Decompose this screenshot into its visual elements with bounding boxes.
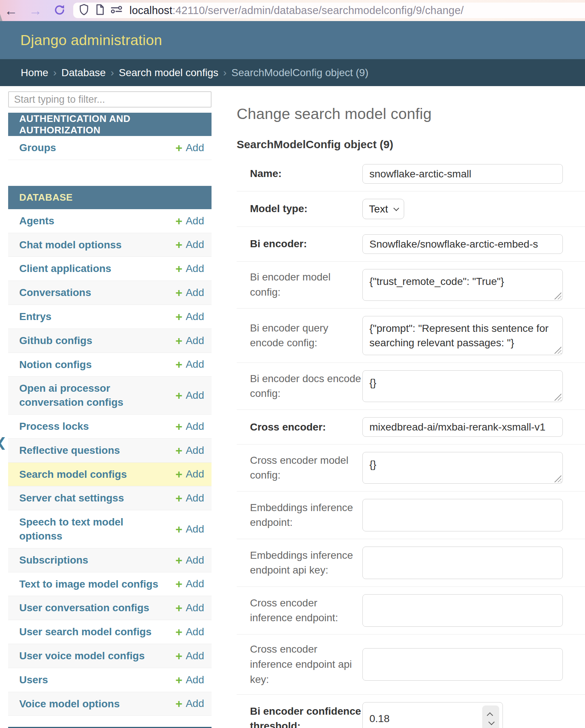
add-link[interactable]: +Add xyxy=(175,335,204,347)
url-text: localhost:42110/server/admin/database/se… xyxy=(129,4,464,17)
model-link[interactable]: Text to image model configs xyxy=(19,572,158,596)
stepper-up-icon[interactable] xyxy=(487,712,493,719)
address-bar[interactable]: localhost:42110/server/admin/database/se… xyxy=(73,3,585,18)
add-link[interactable]: +Add xyxy=(175,650,204,662)
model-link[interactable]: Open ai processor conversation configs xyxy=(19,377,162,414)
browser-nav-buttons: ← → xyxy=(0,0,66,21)
resize-grip-icon[interactable] xyxy=(554,474,561,482)
model-link[interactable]: Entrys xyxy=(19,305,51,329)
model-link[interactable]: User search model configs xyxy=(19,620,152,644)
add-link[interactable]: +Add xyxy=(175,142,204,154)
model-link[interactable]: Client applications xyxy=(19,257,111,280)
add-link[interactable]: +Add xyxy=(175,263,204,275)
add-link[interactable]: +Add xyxy=(175,358,204,370)
model-link[interactable]: Chat model optionss xyxy=(19,233,122,257)
text-input[interactable] xyxy=(362,417,563,437)
model-link[interactable]: Reflective questions xyxy=(19,439,120,462)
number-stepper[interactable] xyxy=(482,705,499,728)
nav-sidebar: AUTHENTICATION AND AUTHORIZATION Groups … xyxy=(0,86,212,728)
model-link[interactable]: Speech to text model optionss xyxy=(19,510,162,548)
model-link[interactable]: Search model configs xyxy=(19,463,127,486)
json-textarea[interactable]: {"prompt": "Represent this sentence for … xyxy=(362,316,563,355)
model-link[interactable]: Conversations xyxy=(19,281,91,305)
model-link[interactable]: Subscriptions xyxy=(19,548,88,572)
resize-grip-icon[interactable] xyxy=(554,346,561,354)
sidebar-filter-input[interactable] xyxy=(8,91,212,108)
add-link[interactable]: +Add xyxy=(175,445,204,456)
breadcrumb-database[interactable]: Database xyxy=(61,67,106,79)
plus-icon: + xyxy=(175,389,182,401)
add-link[interactable]: +Add xyxy=(175,389,204,401)
add-link[interactable]: +Add xyxy=(175,239,204,251)
json-textarea[interactable]: {"trust_remote_code": "True"} xyxy=(362,269,563,301)
add-label: Add xyxy=(186,554,204,566)
sidebar-item: Users +Add xyxy=(8,668,212,692)
plus-icon: + xyxy=(175,492,182,504)
shield-icon[interactable] xyxy=(78,3,89,17)
endpoint-input[interactable] xyxy=(362,648,563,681)
model-link[interactable]: Groups xyxy=(19,136,56,160)
model-link[interactable]: Users xyxy=(19,668,48,692)
plus-icon: + xyxy=(175,311,182,323)
page-icon[interactable] xyxy=(95,4,105,17)
endpoint-input[interactable] xyxy=(362,499,563,531)
add-link[interactable]: +Add xyxy=(175,602,204,614)
sidebar-collapse-icon[interactable]: ❮ xyxy=(0,435,7,450)
add-link[interactable]: +Add xyxy=(175,554,204,566)
plus-icon: + xyxy=(175,142,182,154)
text-input[interactable] xyxy=(362,234,563,254)
add-link[interactable]: +Add xyxy=(175,674,204,686)
back-icon[interactable]: ← xyxy=(4,4,18,17)
add-link[interactable]: +Add xyxy=(175,578,204,590)
model-link[interactable]: Voice model options xyxy=(19,692,120,716)
sidebar-model-list: Agents +Add Chat model optionss +Add Cli… xyxy=(8,209,212,716)
resize-grip-icon[interactable] xyxy=(554,393,561,401)
add-label: Add xyxy=(186,389,204,401)
number-input[interactable] xyxy=(362,702,503,728)
model-link[interactable]: Server chat settingss xyxy=(19,486,124,510)
object-title: SearchModelConfig object (9) xyxy=(237,138,585,151)
breadcrumb-search-model-configs[interactable]: Search model configs xyxy=(119,67,218,79)
model-link[interactable]: Notion configs xyxy=(19,353,92,377)
endpoint-input[interactable] xyxy=(362,594,563,627)
number-input-wrap xyxy=(362,702,503,728)
select-input[interactable]: Text xyxy=(362,199,404,219)
field-widget: {"trust_remote_code": "True"} xyxy=(362,269,585,301)
add-link[interactable]: +Add xyxy=(175,287,204,299)
model-link[interactable]: Process locks xyxy=(19,415,89,438)
add-link[interactable]: +Add xyxy=(175,215,204,227)
model-link[interactable]: Github configs xyxy=(19,329,92,353)
add-link[interactable]: +Add xyxy=(175,626,204,638)
text-input[interactable] xyxy=(362,164,563,184)
model-link[interactable]: Agents xyxy=(19,209,54,233)
forward-icon[interactable]: → xyxy=(29,4,42,17)
breadcrumb-home[interactable]: Home xyxy=(21,67,48,79)
form-row: Cross encoder: xyxy=(237,410,585,445)
field-widget: Text xyxy=(362,199,585,219)
sidebar-item: Text to image model configs +Add xyxy=(8,572,212,596)
form-row: Embeddings inference endpoint api key: xyxy=(237,539,585,587)
endpoint-input[interactable] xyxy=(362,547,563,579)
form-row: Bi encoder: xyxy=(237,227,585,262)
model-link[interactable]: User conversation configs xyxy=(19,596,149,620)
add-link[interactable]: +Add xyxy=(175,311,204,323)
add-link[interactable]: +Add xyxy=(175,523,204,535)
field-widget: {} xyxy=(362,370,585,402)
add-link[interactable]: +Add xyxy=(175,421,204,432)
model-link[interactable]: User voice model configs xyxy=(19,644,145,668)
add-link[interactable]: +Add xyxy=(175,698,204,710)
resize-grip-icon[interactable] xyxy=(554,292,561,299)
add-label: Add xyxy=(186,445,204,456)
add-link[interactable]: +Add xyxy=(175,468,204,480)
add-label: Add xyxy=(186,468,204,480)
json-textarea[interactable]: {} xyxy=(362,452,563,484)
add-label: Add xyxy=(186,215,204,227)
permissions-sliders-icon[interactable] xyxy=(110,5,123,16)
select-value: Text xyxy=(369,203,388,215)
field-widget: {"prompt": "Represent this sentence for … xyxy=(362,316,585,355)
stepper-down-icon[interactable] xyxy=(488,719,495,725)
add-link[interactable]: +Add xyxy=(175,492,204,504)
site-title[interactable]: Django administration xyxy=(20,32,162,48)
refresh-icon[interactable] xyxy=(53,4,66,18)
json-textarea[interactable]: {} xyxy=(362,370,563,402)
